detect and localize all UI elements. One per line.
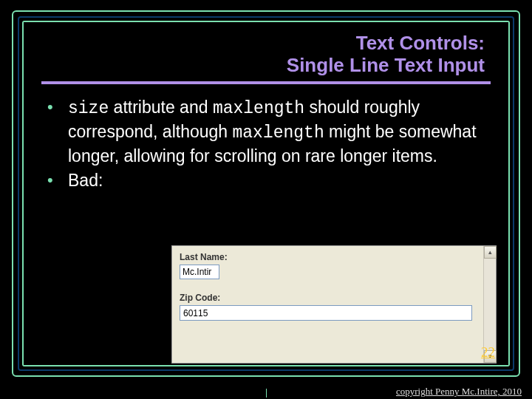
code-size: size xyxy=(68,99,109,118)
slide-content: Text Controls: Single Line Text Input • … xyxy=(24,22,508,365)
bullet-item-2: • Bad: xyxy=(47,169,491,192)
slide-frame-outer: Text Controls: Single Line Text Input • … xyxy=(12,10,520,377)
title-line-1: Text Controls: xyxy=(41,33,485,55)
zip-code-label: Zip Code: xyxy=(180,293,491,303)
slide-frame-inner: Text Controls: Single Line Text Input • … xyxy=(22,21,510,366)
last-name-label: Last Name: xyxy=(180,252,491,262)
title-underline xyxy=(41,81,491,84)
bullet-list: • size attribute and maxlength should ro… xyxy=(41,96,491,192)
text-seg-1: attribute and xyxy=(109,98,213,117)
scroll-up-icon[interactable]: ▴ xyxy=(484,246,497,259)
last-name-input[interactable] xyxy=(180,265,219,279)
bullet-item-1: • size attribute and maxlength should ro… xyxy=(47,96,491,168)
code-maxlength-2: maxlength xyxy=(233,123,324,143)
page-number: 22 xyxy=(481,344,495,361)
example-form-panel: Last Name: Zip Code: ▴ ▾ xyxy=(171,245,497,364)
code-maxlength-1: maxlength xyxy=(213,99,304,118)
footer-divider xyxy=(266,389,267,398)
zip-code-input[interactable] xyxy=(180,305,472,321)
bullet-dot-icon: • xyxy=(47,96,68,119)
bullet-text-2: Bad: xyxy=(68,169,491,192)
title-block: Text Controls: Single Line Text Input xyxy=(41,30,491,77)
bullet-text-1: size attribute and maxlength should roug… xyxy=(68,96,491,168)
slide-frame-mid: Text Controls: Single Line Text Input • … xyxy=(18,16,514,371)
title-line-2: Single Line Text Input xyxy=(41,55,485,77)
bullet-dot-icon: • xyxy=(47,169,68,192)
copyright-text: copyright Penny Mc.Intire, 2010 xyxy=(396,386,522,398)
